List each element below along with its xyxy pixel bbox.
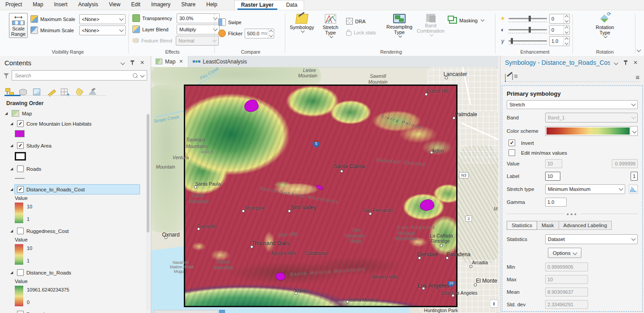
tab-advanced-labeling[interactable]: Advanced Labeling — [559, 221, 612, 230]
layer-name[interactable]: Ruggedness — [26, 312, 55, 313]
layer-row[interactable]: ◢Ruggedness — [0, 309, 151, 313]
list-by-selection-icon[interactable] — [33, 88, 42, 96]
flicker-input[interactable]: 500.0 ms — [245, 29, 274, 38]
masking-button[interactable]: Masking — [449, 13, 484, 25]
layer-visibility-checkbox[interactable]: ✓ — [17, 142, 24, 149]
menu-item-insert[interactable]: Insert — [49, 0, 73, 10]
minimum-scale-select[interactable]: <None> — [79, 25, 126, 35]
gamma-input[interactable]: 1.0 — [549, 36, 570, 46]
layer-name[interactable]: Ruggedness_Cost — [26, 228, 69, 234]
statistics-select[interactable]: Dataset — [545, 234, 638, 244]
tab-statistics[interactable]: Statistics — [507, 221, 537, 230]
gamma-value-input[interactable]: 1.0 — [545, 198, 567, 207]
layer-name[interactable]: Distance_to_Roads — [26, 270, 71, 275]
rotation-type-button[interactable]: Rotation Type — [592, 13, 618, 38]
search-input[interactable]: Search — [12, 70, 147, 80]
layer-row[interactable]: ◢Ruggedness_Cost — [0, 226, 151, 236]
layer-row[interactable]: ◢✓Study Area — [0, 140, 151, 151]
tab-mask[interactable]: Mask — [537, 221, 559, 230]
close-map-tab-icon[interactable]: ✕ — [179, 59, 183, 64]
expander-icon[interactable]: ◢ — [9, 122, 14, 126]
layer-visibility-checkbox[interactable] — [17, 165, 24, 172]
search-options-chevron-icon[interactable] — [140, 73, 145, 78]
gamma-slider[interactable] — [508, 40, 547, 42]
expander-icon[interactable]: ◢ — [9, 229, 14, 233]
invert-checkbox[interactable]: ✓Invert — [508, 140, 638, 146]
layer-row[interactable]: ◢Distance_to_Roads — [0, 267, 151, 278]
close-icon[interactable]: ✕ — [631, 59, 640, 66]
pin-icon[interactable] — [622, 59, 630, 66]
layer-name[interactable]: Map — [22, 111, 32, 116]
list-by-editing-icon[interactable] — [47, 88, 56, 96]
layer-row[interactable]: ◢Roads — [0, 164, 151, 174]
layer-swatch-outline[interactable] — [15, 152, 26, 161]
vary-symbology-tab[interactable] — [512, 74, 513, 82]
brightness-slider[interactable] — [508, 18, 547, 19]
layer-blend-select[interactable]: Multiply — [177, 25, 220, 34]
menu-item-analysis[interactable]: Analysis — [73, 0, 104, 10]
layer-row[interactable]: ◢✓Distance_to_Roads_Cost — [0, 184, 151, 195]
tab-data[interactable]: Data — [280, 0, 304, 10]
view-tab-map[interactable]: Map ✕ — [151, 56, 188, 67]
menu-item-imagery[interactable]: Imagery — [146, 0, 176, 10]
menu-item-edit[interactable]: Edit — [126, 0, 146, 10]
menu-item-map[interactable]: Map — [27, 0, 48, 10]
resampling-type-button[interactable]: Resampling Type — [386, 13, 412, 37]
symbology-button[interactable]: Symbology — [289, 13, 315, 32]
chevron-down-icon[interactable] — [612, 59, 620, 66]
histogram-icon[interactable] — [629, 185, 638, 194]
color-scheme-select[interactable] — [545, 126, 638, 136]
pin-icon[interactable] — [128, 59, 136, 66]
menu-item-help[interactable]: Help — [201, 0, 223, 10]
collapse-ribbon-button[interactable] — [637, 48, 641, 52]
dra-button[interactable]: DRA — [346, 17, 384, 26]
primary-symbology-select[interactable]: Stretch — [507, 100, 638, 109]
menu-item-share[interactable]: Share — [176, 0, 201, 10]
label-max-input[interactable]: 1 — [631, 172, 638, 181]
expander-icon[interactable]: ◢ — [9, 187, 14, 191]
layer-name[interactable]: Core Mountain Lion Habitats — [26, 121, 92, 127]
list-by-snapping-icon[interactable] — [61, 88, 70, 96]
menu-item-project[interactable]: Project — [0, 0, 27, 10]
expander-icon[interactable]: ◢ — [9, 167, 14, 171]
edit-minmax-checkbox[interactable]: Edit min/max values — [508, 149, 638, 156]
scale-range-button[interactable]: ⟷ Scale Range — [9, 13, 28, 38]
layer-name[interactable]: Roads — [26, 166, 41, 172]
layer-visibility-checkbox[interactable] — [17, 311, 24, 313]
brightness-input[interactable]: 0 — [549, 14, 570, 24]
contrast-input[interactable]: 0 — [549, 25, 570, 35]
panel-splitter[interactable]: ●●● — [507, 212, 638, 216]
layer-name[interactable]: Distance_to_Roads_Cost — [26, 187, 85, 192]
stretch-type-select[interactable]: Minimum Maximum — [545, 184, 625, 194]
menu-icon[interactable]: ≡ — [636, 73, 640, 82]
maximum-scale-select[interactable]: <None> — [79, 14, 126, 24]
expander-icon[interactable]: ◢ — [4, 111, 9, 115]
view-tab-leastcostanalysis[interactable]: LeastCostAnalysis — [188, 56, 252, 67]
layer-name[interactable]: Study Area — [26, 143, 51, 148]
contrast-slider[interactable] — [508, 29, 547, 30]
layer-visibility-checkbox[interactable] — [17, 269, 24, 276]
options-button[interactable]: Options — [548, 248, 581, 258]
label-min-input[interactable]: 10 — [545, 172, 560, 181]
layer-visibility-checkbox[interactable] — [17, 228, 24, 234]
contents-scrollbar[interactable] — [146, 114, 150, 311]
list-by-data-source-icon[interactable] — [19, 88, 28, 96]
primary-symbology-tab[interactable] — [505, 74, 506, 82]
attribution-icon[interactable]: ▮ — [490, 300, 498, 308]
stretch-type-button[interactable]: Stretch Type — [318, 13, 343, 38]
scale-widget[interactable] — [154, 310, 218, 313]
list-by-charts-icon[interactable] — [89, 88, 97, 96]
layer-swatch-line[interactable] — [15, 178, 25, 179]
layer-row[interactable]: ◢✓Core Mountain Lion Habitats — [0, 118, 151, 129]
layer-visibility-checkbox[interactable]: ✓ — [17, 186, 24, 193]
layer-visibility-checkbox[interactable]: ✓ — [17, 120, 24, 127]
swipe-button[interactable]: Swipe — [218, 17, 274, 27]
layer-swatch-magenta[interactable] — [15, 130, 25, 137]
expander-icon[interactable]: ◢ — [9, 271, 14, 275]
close-icon[interactable]: ✕ — [138, 59, 146, 66]
transparency-select[interactable]: 30.0% — [177, 13, 220, 23]
layer-row[interactable]: ◢Map — [0, 108, 151, 118]
list-by-labeling-icon[interactable] — [75, 88, 84, 96]
tab-raster-layer[interactable]: Raster Layer — [235, 0, 280, 10]
chevron-down-icon[interactable] — [119, 59, 127, 66]
